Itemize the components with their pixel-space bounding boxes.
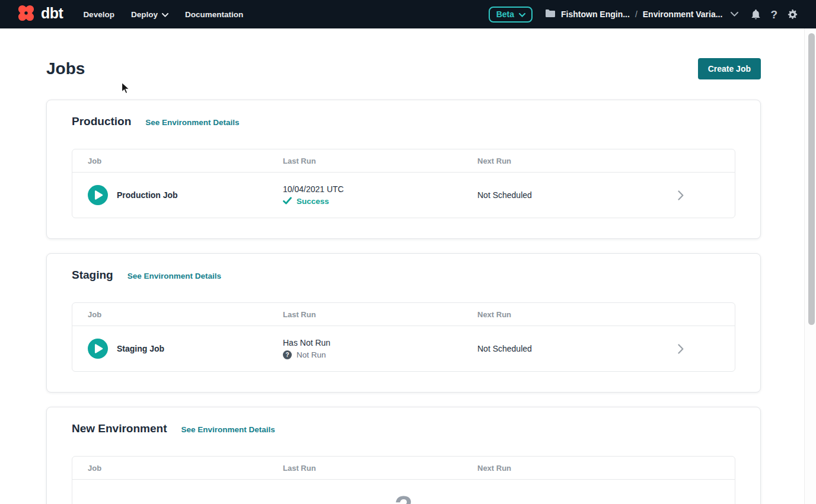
- nav-link-deploy-label: Deploy: [131, 10, 158, 19]
- jobs-table: Job Last Run Next Run ?: [72, 456, 735, 504]
- vertical-scrollbar-track[interactable]: [804, 28, 816, 504]
- see-environment-details-link[interactable]: See Environment Details: [145, 118, 239, 127]
- environment-card-staging: Staging See Environment Details Job Last…: [46, 253, 761, 393]
- chevron-right-icon[interactable]: [678, 344, 735, 354]
- chevron-right-icon[interactable]: [678, 190, 735, 200]
- job-cell: Production Job: [72, 185, 283, 205]
- navbar-icon-group: ?: [751, 9, 798, 20]
- last-run-status: Success: [283, 196, 477, 208]
- column-header-next-run: Next Run: [477, 157, 678, 165]
- column-header-last-run: Last Run: [283, 464, 477, 473]
- nav-link-deploy[interactable]: Deploy: [131, 10, 168, 19]
- job-row-staging-job[interactable]: Staging Job Has Not Run ? Not Run Not Sc…: [72, 326, 735, 371]
- notifications-bell-icon[interactable]: [751, 9, 761, 20]
- nav-link-documentation-label: Documentation: [185, 10, 243, 19]
- breadcrumb-project[interactable]: Fishtown Engin...: [561, 9, 630, 19]
- column-header-job: Job: [72, 464, 283, 473]
- last-run-cell: 10/04/2021 UTC Success: [283, 183, 477, 208]
- column-header-next-run: Next Run: [477, 310, 678, 319]
- nav-link-develop[interactable]: Develop: [83, 10, 114, 19]
- environment-card-header: Production See Environment Details: [72, 115, 735, 128]
- jobs-table-header: Job Last Run Next Run: [72, 149, 735, 173]
- nav-link-develop-label: Develop: [83, 10, 114, 19]
- jobs-page: Jobs Create Job Production See Environme…: [46, 28, 761, 504]
- see-environment-details-link[interactable]: See Environment Details: [128, 272, 221, 280]
- environment-name: Staging: [72, 269, 113, 282]
- page-title-row: Jobs Create Job: [46, 58, 761, 79]
- chevron-down-icon[interactable]: [731, 12, 738, 17]
- column-header-job: Job: [72, 310, 283, 319]
- navbar-right: Beta Fishtown Engin... / Environment Var…: [489, 7, 798, 23]
- empty-state-question-icon: ?: [394, 492, 413, 504]
- last-run-cell: Has Not Run ? Not Run: [283, 337, 477, 361]
- next-run-cell: Not Scheduled: [477, 344, 678, 353]
- jobs-table: Job Last Run Next Run Staging Job Has No…: [72, 302, 735, 372]
- job-cell: Staging Job: [72, 339, 283, 359]
- status-label: Not Run: [297, 349, 326, 361]
- environment-name: Production: [72, 115, 131, 128]
- column-header-last-run: Last Run: [283, 310, 477, 319]
- top-navbar: dbt Develop Deploy Documentation Beta Fi…: [0, 0, 816, 28]
- chevron-down-icon: [162, 10, 168, 19]
- column-header-last-run: Last Run: [283, 157, 477, 165]
- beta-label: Beta: [496, 9, 514, 19]
- breadcrumb[interactable]: Fishtown Engin... / Environment Varia...: [545, 9, 738, 20]
- jobs-table-header: Job Last Run Next Run: [72, 303, 735, 326]
- run-job-play-button[interactable]: [88, 339, 108, 359]
- no-jobs-empty-state: ?: [72, 480, 735, 504]
- beta-dropdown[interactable]: Beta: [489, 7, 533, 23]
- dbt-logo[interactable]: dbt: [15, 2, 63, 26]
- run-job-play-button[interactable]: [88, 185, 108, 205]
- last-run-date: Has Not Run: [283, 337, 477, 349]
- environment-card-production: Production See Environment Details Job L…: [46, 100, 761, 239]
- jobs-table-header: Job Last Run Next Run: [72, 457, 735, 480]
- nav-link-documentation[interactable]: Documentation: [185, 10, 243, 19]
- breadcrumb-separator: /: [635, 9, 638, 19]
- environment-name: New Environment: [72, 422, 167, 435]
- breadcrumb-page[interactable]: Environment Varia...: [643, 9, 723, 19]
- job-name[interactable]: Staging Job: [117, 344, 164, 353]
- environment-card-new-environment: New Environment See Environment Details …: [46, 407, 761, 504]
- not-run-question-icon: ?: [283, 350, 292, 359]
- job-name[interactable]: Production Job: [117, 190, 178, 200]
- help-icon[interactable]: ?: [770, 9, 777, 20]
- nav-links: Develop Deploy Documentation: [83, 10, 243, 19]
- next-run-cell: Not Scheduled: [477, 190, 678, 200]
- folder-icon: [545, 9, 556, 20]
- column-header-next-run: Next Run: [477, 464, 678, 473]
- environment-card-header: Staging See Environment Details: [72, 269, 735, 282]
- page-title: Jobs: [46, 58, 85, 79]
- jobs-table: Job Last Run Next Run Production Job 10/…: [72, 149, 735, 218]
- environment-card-header: New Environment See Environment Details: [72, 422, 735, 435]
- last-run-status: ? Not Run: [283, 349, 477, 361]
- success-check-icon: [283, 196, 292, 208]
- see-environment-details-link[interactable]: See Environment Details: [181, 425, 275, 434]
- status-label[interactable]: Success: [297, 196, 329, 208]
- column-header-job: Job: [72, 157, 283, 165]
- vertical-scrollbar-thumb[interactable]: [808, 33, 815, 325]
- chevron-down-icon: [519, 9, 525, 19]
- dbt-logo-text: dbt: [41, 6, 63, 23]
- last-run-date: 10/04/2021 UTC: [283, 183, 477, 195]
- dbt-logo-icon: [15, 2, 37, 26]
- settings-gear-icon[interactable]: [787, 9, 798, 20]
- create-job-button[interactable]: Create Job: [698, 58, 761, 79]
- job-row-production-job[interactable]: Production Job 10/04/2021 UTC Success No…: [72, 173, 735, 218]
